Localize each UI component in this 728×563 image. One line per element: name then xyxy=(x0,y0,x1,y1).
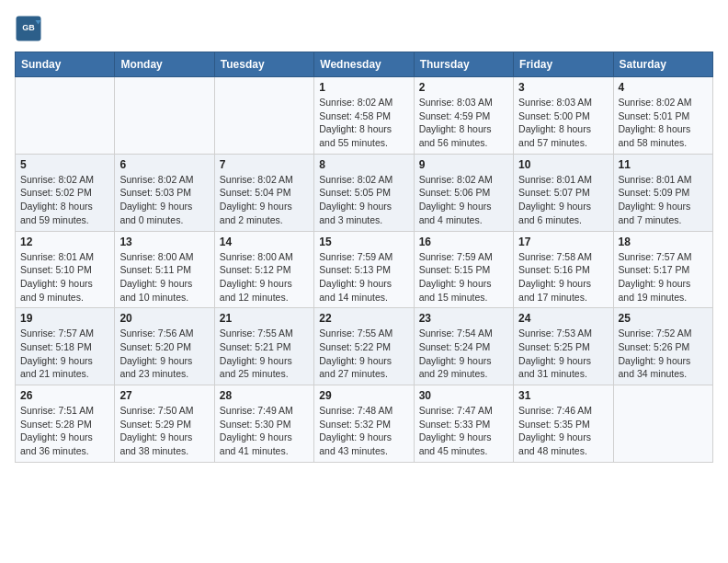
day-info: Sunrise: 8:00 AMSunset: 5:11 PMDaylight:… xyxy=(119,250,209,304)
day-info: Sunrise: 7:47 AMSunset: 5:33 PMDaylight:… xyxy=(419,404,508,458)
calendar-day: 25Sunrise: 7:52 AMSunset: 5:26 PMDayligh… xyxy=(613,308,712,385)
day-info: Sunrise: 8:02 AMSunset: 4:58 PMDaylight:… xyxy=(319,96,408,150)
day-number: 13 xyxy=(119,236,209,248)
calendar-day: 22Sunrise: 7:55 AMSunset: 5:22 PMDayligh… xyxy=(314,308,414,385)
day-info: Sunrise: 7:48 AMSunset: 5:32 PMDaylight:… xyxy=(319,404,408,458)
calendar-day: 12Sunrise: 8:01 AMSunset: 5:10 PMDayligh… xyxy=(16,231,115,308)
day-number: 5 xyxy=(20,158,109,171)
day-info: Sunrise: 7:53 AMSunset: 5:25 PMDaylight:… xyxy=(518,327,608,381)
day-number: 18 xyxy=(619,236,708,248)
day-info: Sunrise: 8:02 AMSunset: 5:04 PMDaylight:… xyxy=(220,173,309,227)
calendar-day: 20Sunrise: 7:56 AMSunset: 5:20 PMDayligh… xyxy=(115,308,214,385)
column-header-tuesday: Tuesday xyxy=(214,52,313,77)
day-number: 12 xyxy=(20,236,109,248)
calendar-day: 2Sunrise: 8:03 AMSunset: 4:59 PMDaylight… xyxy=(414,77,513,155)
day-info: Sunrise: 7:50 AMSunset: 5:29 PMDaylight:… xyxy=(119,404,209,458)
day-info: Sunrise: 7:57 AMSunset: 5:17 PMDaylight:… xyxy=(619,250,708,304)
day-info: Sunrise: 7:54 AMSunset: 5:24 PMDaylight:… xyxy=(419,327,508,381)
calendar-day: 8Sunrise: 8:02 AMSunset: 5:05 PMDaylight… xyxy=(314,154,414,231)
day-info: Sunrise: 7:55 AMSunset: 5:22 PMDaylight:… xyxy=(319,327,408,381)
day-number: 6 xyxy=(119,158,209,171)
day-number: 25 xyxy=(619,312,708,325)
day-number: 31 xyxy=(518,389,608,402)
calendar-week-3: 12Sunrise: 8:01 AMSunset: 5:10 PMDayligh… xyxy=(16,231,713,308)
calendar-week-5: 26Sunrise: 7:51 AMSunset: 5:28 PMDayligh… xyxy=(16,385,713,463)
calendar-day xyxy=(115,77,214,155)
day-number: 24 xyxy=(518,312,608,325)
day-number: 16 xyxy=(419,236,508,248)
calendar-day: 5Sunrise: 8:02 AMSunset: 5:02 PMDaylight… xyxy=(16,154,115,231)
page-header: GB xyxy=(15,15,713,42)
day-number: 7 xyxy=(220,158,309,171)
calendar-day: 29Sunrise: 7:48 AMSunset: 5:32 PMDayligh… xyxy=(314,385,414,463)
calendar-day: 3Sunrise: 8:03 AMSunset: 5:00 PMDaylight… xyxy=(514,77,613,155)
calendar-table: SundayMondayTuesdayWednesdayThursdayFrid… xyxy=(15,52,713,463)
calendar-day: 11Sunrise: 8:01 AMSunset: 5:09 PMDayligh… xyxy=(613,154,712,231)
day-number: 23 xyxy=(419,312,508,325)
calendar-day xyxy=(214,77,313,155)
day-number: 2 xyxy=(419,81,508,94)
day-info: Sunrise: 8:00 AMSunset: 5:12 PMDaylight:… xyxy=(220,250,309,304)
calendar-header-row: SundayMondayTuesdayWednesdayThursdayFrid… xyxy=(16,52,713,77)
day-info: Sunrise: 7:58 AMSunset: 5:16 PMDaylight:… xyxy=(518,250,608,304)
day-number: 27 xyxy=(119,389,209,402)
calendar-day: 24Sunrise: 7:53 AMSunset: 5:25 PMDayligh… xyxy=(514,308,613,385)
day-info: Sunrise: 8:03 AMSunset: 5:00 PMDaylight:… xyxy=(518,96,608,150)
day-number: 19 xyxy=(20,312,109,325)
day-number: 10 xyxy=(518,158,608,171)
column-header-saturday: Saturday xyxy=(613,52,712,77)
calendar-day: 16Sunrise: 7:59 AMSunset: 5:15 PMDayligh… xyxy=(414,231,513,308)
calendar-day: 4Sunrise: 8:02 AMSunset: 5:01 PMDaylight… xyxy=(613,77,712,155)
column-header-monday: Monday xyxy=(115,52,214,77)
day-number: 29 xyxy=(319,389,408,402)
calendar-day: 31Sunrise: 7:46 AMSunset: 5:35 PMDayligh… xyxy=(514,385,613,463)
day-info: Sunrise: 7:59 AMSunset: 5:13 PMDaylight:… xyxy=(319,250,408,304)
calendar-day: 7Sunrise: 8:02 AMSunset: 5:04 PMDaylight… xyxy=(214,154,313,231)
column-header-sunday: Sunday xyxy=(16,52,115,77)
calendar-day: 19Sunrise: 7:57 AMSunset: 5:18 PMDayligh… xyxy=(16,308,115,385)
day-info: Sunrise: 8:02 AMSunset: 5:01 PMDaylight:… xyxy=(619,96,708,150)
calendar-day: 30Sunrise: 7:47 AMSunset: 5:33 PMDayligh… xyxy=(414,385,513,463)
day-info: Sunrise: 7:57 AMSunset: 5:18 PMDaylight:… xyxy=(20,327,109,381)
calendar-day: 17Sunrise: 7:58 AMSunset: 5:16 PMDayligh… xyxy=(514,231,613,308)
column-header-thursday: Thursday xyxy=(414,52,513,77)
day-info: Sunrise: 7:46 AMSunset: 5:35 PMDaylight:… xyxy=(518,404,608,458)
day-number: 3 xyxy=(518,81,608,94)
day-info: Sunrise: 7:52 AMSunset: 5:26 PMDaylight:… xyxy=(619,327,708,381)
calendar-day: 13Sunrise: 8:00 AMSunset: 5:11 PMDayligh… xyxy=(115,231,214,308)
day-info: Sunrise: 7:59 AMSunset: 5:15 PMDaylight:… xyxy=(419,250,508,304)
calendar-day xyxy=(16,77,115,155)
day-number: 11 xyxy=(619,158,708,171)
day-number: 17 xyxy=(518,236,608,248)
day-info: Sunrise: 7:49 AMSunset: 5:30 PMDaylight:… xyxy=(220,404,309,458)
day-info: Sunrise: 7:56 AMSunset: 5:20 PMDaylight:… xyxy=(119,327,209,381)
day-number: 8 xyxy=(319,158,408,171)
day-info: Sunrise: 7:51 AMSunset: 5:28 PMDaylight:… xyxy=(20,404,109,458)
svg-text:GB: GB xyxy=(22,23,35,32)
day-number: 30 xyxy=(419,389,508,402)
day-info: Sunrise: 8:01 AMSunset: 5:07 PMDaylight:… xyxy=(518,173,608,227)
logo-icon: GB xyxy=(15,15,42,42)
column-header-wednesday: Wednesday xyxy=(314,52,414,77)
day-info: Sunrise: 7:55 AMSunset: 5:21 PMDaylight:… xyxy=(220,327,309,381)
column-header-friday: Friday xyxy=(514,52,613,77)
day-info: Sunrise: 8:03 AMSunset: 4:59 PMDaylight:… xyxy=(419,96,508,150)
day-number: 21 xyxy=(220,312,309,325)
day-number: 15 xyxy=(319,236,408,248)
day-number: 9 xyxy=(419,158,508,171)
calendar-day: 21Sunrise: 7:55 AMSunset: 5:21 PMDayligh… xyxy=(214,308,313,385)
day-info: Sunrise: 8:02 AMSunset: 5:03 PMDaylight:… xyxy=(119,173,209,227)
day-number: 28 xyxy=(220,389,309,402)
calendar-day: 9Sunrise: 8:02 AMSunset: 5:06 PMDaylight… xyxy=(414,154,513,231)
calendar-day: 14Sunrise: 8:00 AMSunset: 5:12 PMDayligh… xyxy=(214,231,313,308)
calendar-week-2: 5Sunrise: 8:02 AMSunset: 5:02 PMDaylight… xyxy=(16,154,713,231)
calendar-day: 10Sunrise: 8:01 AMSunset: 5:07 PMDayligh… xyxy=(514,154,613,231)
calendar-day: 1Sunrise: 8:02 AMSunset: 4:58 PMDaylight… xyxy=(314,77,414,155)
calendar-day xyxy=(613,385,712,463)
day-info: Sunrise: 8:02 AMSunset: 5:05 PMDaylight:… xyxy=(319,173,408,227)
calendar-day: 23Sunrise: 7:54 AMSunset: 5:24 PMDayligh… xyxy=(414,308,513,385)
calendar-day: 15Sunrise: 7:59 AMSunset: 5:13 PMDayligh… xyxy=(314,231,414,308)
day-info: Sunrise: 8:01 AMSunset: 5:09 PMDaylight:… xyxy=(619,173,708,227)
day-info: Sunrise: 8:02 AMSunset: 5:06 PMDaylight:… xyxy=(419,173,508,227)
calendar-day: 27Sunrise: 7:50 AMSunset: 5:29 PMDayligh… xyxy=(115,385,214,463)
